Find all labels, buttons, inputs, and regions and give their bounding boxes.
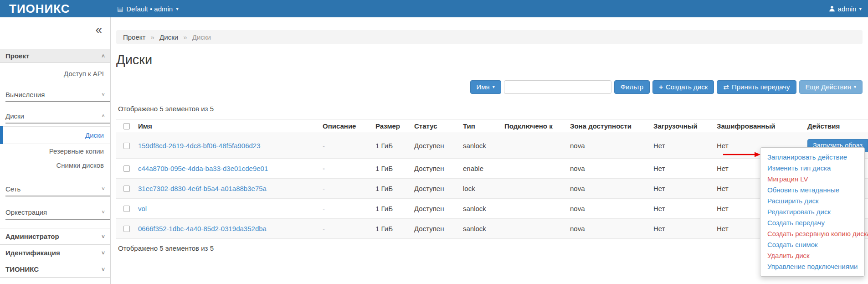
select-all-checkbox[interactable] [123,123,130,129]
col-header-attached-to[interactable]: Подключено к [501,119,566,133]
caret-down-icon: ▾ [854,83,856,92]
volume-link[interactable]: vol [138,205,147,212]
cell-description: - [319,133,372,159]
row-checkbox[interactable] [123,226,130,232]
cell-attached-to [501,219,566,239]
filter-field-dropdown[interactable]: Имя ▾ [470,80,501,94]
chevron-up-icon: ˄ [102,113,105,119]
col-header-name[interactable]: Имя [134,119,319,133]
cell-type: sanlock [459,199,501,219]
volume-link[interactable]: c44a870b-095e-4dda-ba33-d3e01cde9e01 [138,165,268,172]
row-checkbox[interactable] [123,186,130,192]
search-input[interactable] [504,80,611,94]
menu-item-update-metadata[interactable]: Обновить метаданные [760,185,864,196]
col-header-type[interactable]: Тип [459,119,501,133]
cell-type: enable [459,159,501,179]
col-header-description[interactable]: Описание [319,119,372,133]
cell-availability-zone: nova [566,219,650,239]
caret-down-icon: ▾ [176,6,179,12]
volume-link[interactable]: 0666f352-1dbc-4a40-85d2-0319da352dba [138,225,267,232]
sidebar-section-tionix-label: ТИОНИКС [5,265,39,273]
menu-item-create-transfer[interactable]: Создать передачу [760,217,864,228]
cell-size: 1 ГиБ [372,199,411,219]
col-header-bootable[interactable]: Загрузочный [650,119,713,133]
table-row: 31ec7302-d830-4e6f-b5a4-a01a88b3e75a - 1… [116,179,868,199]
chevron-down-icon: ˅ [102,209,105,216]
col-header-actions: Действия [804,119,868,133]
breadcrumb-separator: » [151,33,154,41]
sidebar-section-project-label: Проект [5,52,29,60]
transfer-icon: ⇄ [723,83,729,92]
menu-item-edit-volume[interactable]: Редактировать диск [760,207,864,217]
cell-bootable: Нет [650,159,713,179]
filter-field-label: Имя [477,83,490,92]
row-checkbox[interactable] [123,143,130,149]
chevron-down-icon: ˅ [102,92,105,98]
app-window: ТИОНИКС ▤ Default • admin ▾ admin ▾ « Пр… [0,0,868,284]
brand-logo[interactable]: ТИОНИКС [0,2,111,16]
volume-link[interactable]: 31ec7302-d830-4e6f-b5a4-a01a88b3e75a [138,185,267,192]
sidebar-section-admin-label: Администратор [5,232,59,240]
sidebar-collapse-button[interactable]: « [96,24,102,36]
accept-transfer-button[interactable]: ⇄ Принять передачу [717,80,796,94]
breadcrumb: Проект » Диски » Диски [116,30,863,44]
row-checkbox[interactable] [123,206,130,212]
menu-item-create-backup[interactable]: Создать резервную копию диска [760,228,864,239]
sidebar-collapse-row: « [0,17,110,49]
more-actions-button[interactable]: Еще Действия ▾ [799,80,863,94]
sidebar-section-identity[interactable]: Идентификация ˅ [0,244,110,261]
sidebar-section-network-label: Сеть [5,185,21,193]
filter-button[interactable]: Фильтр [614,80,650,94]
breadcrumb-current: Диски [192,33,211,41]
sidebar-admin-sections: Администратор ˅ Идентификация ˅ ТИОНИКС … [0,228,110,278]
menu-item-manage-attachments[interactable]: Управление подключениями [760,261,864,272]
cell-bootable: Нет [650,179,713,199]
row-checkbox[interactable] [123,165,130,172]
menu-item-delete-volume[interactable]: Удалить диск [760,250,864,261]
cell-bootable: Нет [650,219,713,239]
volume-link[interactable]: 159df8cd-2619-4dc8-bf06-48f5fa906d23 [138,142,261,150]
sidebar-section-admin[interactable]: Администратор ˅ [0,228,110,244]
user-menu[interactable]: admin ▾ [829,5,862,13]
cell-size: 1 ГиБ [372,219,411,239]
sidebar-item-backups[interactable]: Резервные копии [0,144,110,158]
cell-type: sanlock [459,133,501,159]
sidebar-item-volumes-active[interactable]: Диски [0,126,110,144]
sidebar-item-api-access[interactable]: Доступ к API [0,67,110,81]
sidebar-item-snapshots[interactable]: Снимки дисков [0,158,110,172]
create-volume-button[interactable]: + Создать диск [652,80,714,94]
caret-down-icon: ▾ [859,6,862,12]
cell-availability-zone: nova [566,133,650,159]
col-header-availability-zone[interactable]: Зона доступности [566,119,650,133]
sidebar-section-compute[interactable]: Вычисления ˅ [0,88,110,101]
table-row: 0666f352-1dbc-4a40-85d2-0319da352dba - 1… [116,219,868,239]
menu-item-schedule-action[interactable]: Запланировать действие [760,152,864,163]
cell-description: - [319,219,372,239]
menu-item-change-volume-type[interactable]: Изменить тип диска [760,163,864,174]
context-switcher[interactable]: ▤ Default • admin ▾ [117,5,179,13]
sidebar-section-tionix[interactable]: ТИОНИКС ˅ [0,261,110,278]
sidebar-section-project[interactable]: Проект ˄ [0,49,110,63]
breadcrumb-volumes[interactable]: Диски [159,33,178,41]
cell-attached-to [501,179,566,199]
col-header-size[interactable]: Размер [372,119,411,133]
sidebar-section-orchestration[interactable]: Оркестрация ˅ [0,206,110,219]
cell-attached-to [501,133,566,159]
section-divider [5,196,110,196]
cell-type: sanlock [459,219,501,239]
cell-availability-zone: nova [566,179,650,199]
table-row: vol - 1 ГиБ Доступен sanlock nova Нет Не… [116,199,868,219]
annotation-arrow-icon [723,151,761,158]
col-header-encrypted[interactable]: Зашифрованный [713,119,804,133]
menu-item-extend-volume[interactable]: Расширить диск [760,196,864,207]
menu-item-create-snapshot[interactable]: Создать снимок [760,239,864,250]
items-count-bottom: Отображено 5 элементов из 5 [118,244,868,252]
col-header-status[interactable]: Статус [411,119,459,133]
breadcrumb-project[interactable]: Проект [123,33,145,41]
items-count-top: Отображено 5 элементов из 5 [118,105,868,113]
menu-item-lv-migration[interactable]: Миграция LV [760,174,864,185]
chevron-down-icon: ˅ [102,266,105,273]
sidebar-section-orchestration-label: Оркестрация [5,208,47,216]
sidebar-section-volumes[interactable]: Диски ˄ [0,109,110,123]
sidebar-section-network[interactable]: Сеть ˅ [0,182,110,196]
